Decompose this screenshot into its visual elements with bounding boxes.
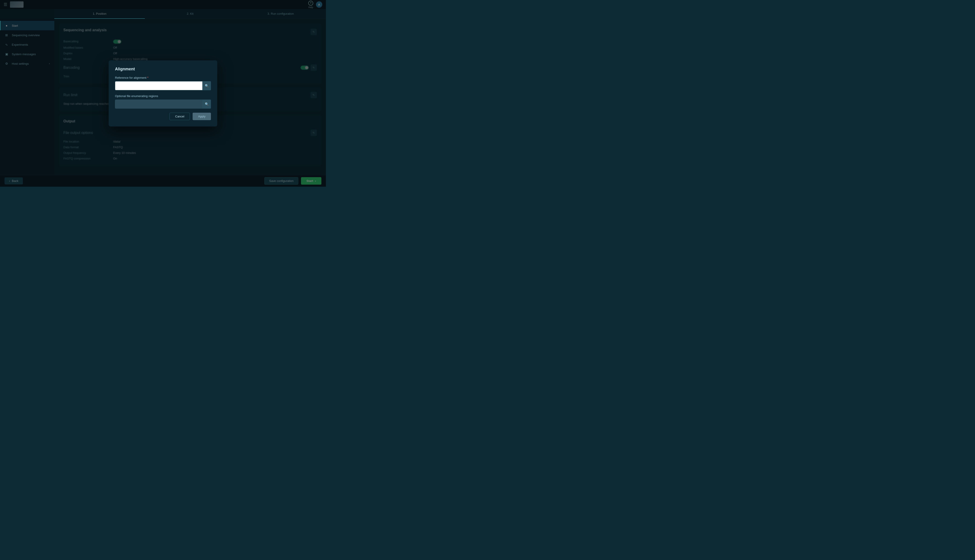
required-star: * [147, 76, 148, 79]
reference-input-wrapper: 🔍 [115, 81, 211, 90]
alignment-modal: Alignment Reference for alignment * 🔍 Op… [108, 60, 217, 127]
optional-file-field-label: Optional file enumerating regions [115, 94, 211, 98]
apply-button[interactable]: Apply [193, 113, 211, 120]
optional-file-input [115, 100, 211, 108]
modal-overlay: Alignment Reference for alignment * 🔍 Op… [0, 0, 326, 187]
optional-file-input-wrapper: 🔍 [115, 100, 211, 108]
modal-title: Alignment [115, 67, 211, 72]
cancel-button[interactable]: Cancel [170, 113, 190, 120]
optional-file-search-button: 🔍 [202, 100, 211, 108]
reference-search-button[interactable]: 🔍 [202, 81, 211, 90]
modal-actions: Cancel Apply [115, 113, 211, 120]
search-icon-2: 🔍 [205, 102, 209, 106]
search-icon: 🔍 [205, 84, 209, 88]
reference-field-label: Reference for alignment * [115, 76, 211, 79]
reference-input[interactable] [115, 81, 211, 90]
